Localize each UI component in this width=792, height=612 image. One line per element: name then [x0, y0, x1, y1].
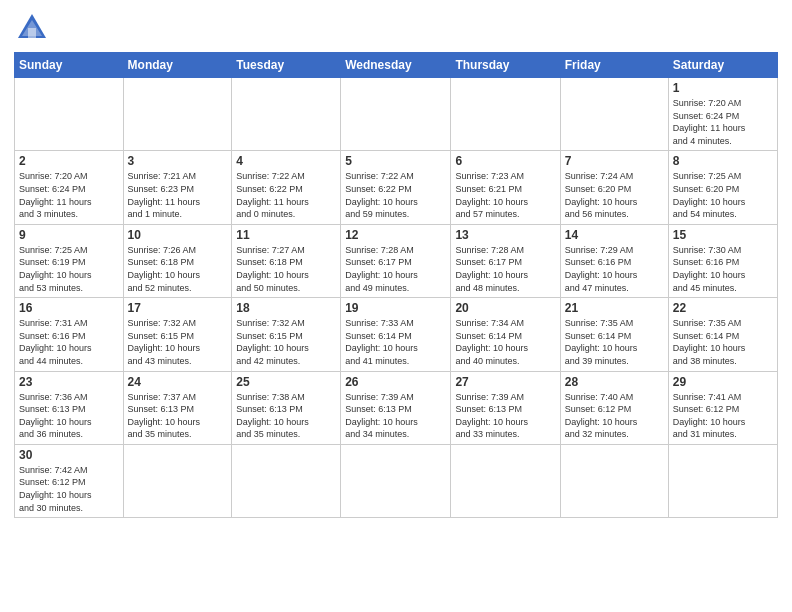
day-number: 4: [236, 154, 336, 168]
day-info: Sunrise: 7:31 AM Sunset: 6:16 PM Dayligh…: [19, 317, 119, 367]
day-cell: 8Sunrise: 7:25 AM Sunset: 6:20 PM Daylig…: [668, 151, 777, 224]
day-cell: 24Sunrise: 7:37 AM Sunset: 6:13 PM Dayli…: [123, 371, 232, 444]
day-number: 30: [19, 448, 119, 462]
day-cell: [451, 78, 560, 151]
week-row-3: 9Sunrise: 7:25 AM Sunset: 6:19 PM Daylig…: [15, 224, 778, 297]
day-cell: [232, 78, 341, 151]
day-cell: [560, 444, 668, 517]
day-cell: [341, 444, 451, 517]
week-row-1: 1Sunrise: 7:20 AM Sunset: 6:24 PM Daylig…: [15, 78, 778, 151]
day-number: 13: [455, 228, 555, 242]
day-info: Sunrise: 7:27 AM Sunset: 6:18 PM Dayligh…: [236, 244, 336, 294]
day-number: 8: [673, 154, 773, 168]
day-info: Sunrise: 7:28 AM Sunset: 6:17 PM Dayligh…: [455, 244, 555, 294]
day-cell: [232, 444, 341, 517]
week-row-6: 30Sunrise: 7:42 AM Sunset: 6:12 PM Dayli…: [15, 444, 778, 517]
day-cell: 5Sunrise: 7:22 AM Sunset: 6:22 PM Daylig…: [341, 151, 451, 224]
week-row-4: 16Sunrise: 7:31 AM Sunset: 6:16 PM Dayli…: [15, 298, 778, 371]
day-number: 11: [236, 228, 336, 242]
day-info: Sunrise: 7:33 AM Sunset: 6:14 PM Dayligh…: [345, 317, 446, 367]
day-cell: [341, 78, 451, 151]
day-number: 23: [19, 375, 119, 389]
day-info: Sunrise: 7:23 AM Sunset: 6:21 PM Dayligh…: [455, 170, 555, 220]
day-info: Sunrise: 7:39 AM Sunset: 6:13 PM Dayligh…: [345, 391, 446, 441]
day-info: Sunrise: 7:20 AM Sunset: 6:24 PM Dayligh…: [19, 170, 119, 220]
day-info: Sunrise: 7:25 AM Sunset: 6:19 PM Dayligh…: [19, 244, 119, 294]
day-cell: 14Sunrise: 7:29 AM Sunset: 6:16 PM Dayli…: [560, 224, 668, 297]
header-area: [14, 10, 778, 46]
day-info: Sunrise: 7:32 AM Sunset: 6:15 PM Dayligh…: [128, 317, 228, 367]
day-number: 22: [673, 301, 773, 315]
day-number: 26: [345, 375, 446, 389]
day-cell: [668, 444, 777, 517]
day-cell: [15, 78, 124, 151]
day-info: Sunrise: 7:24 AM Sunset: 6:20 PM Dayligh…: [565, 170, 664, 220]
day-number: 6: [455, 154, 555, 168]
day-cell: 18Sunrise: 7:32 AM Sunset: 6:15 PM Dayli…: [232, 298, 341, 371]
day-info: Sunrise: 7:35 AM Sunset: 6:14 PM Dayligh…: [673, 317, 773, 367]
day-number: 21: [565, 301, 664, 315]
week-row-2: 2Sunrise: 7:20 AM Sunset: 6:24 PM Daylig…: [15, 151, 778, 224]
day-info: Sunrise: 7:22 AM Sunset: 6:22 PM Dayligh…: [236, 170, 336, 220]
day-cell: 4Sunrise: 7:22 AM Sunset: 6:22 PM Daylig…: [232, 151, 341, 224]
day-cell: 29Sunrise: 7:41 AM Sunset: 6:12 PM Dayli…: [668, 371, 777, 444]
logo: [14, 10, 54, 46]
day-number: 27: [455, 375, 555, 389]
day-info: Sunrise: 7:36 AM Sunset: 6:13 PM Dayligh…: [19, 391, 119, 441]
day-number: 29: [673, 375, 773, 389]
day-cell: 2Sunrise: 7:20 AM Sunset: 6:24 PM Daylig…: [15, 151, 124, 224]
day-number: 28: [565, 375, 664, 389]
day-number: 12: [345, 228, 446, 242]
day-cell: 13Sunrise: 7:28 AM Sunset: 6:17 PM Dayli…: [451, 224, 560, 297]
day-cell: [560, 78, 668, 151]
day-cell: 15Sunrise: 7:30 AM Sunset: 6:16 PM Dayli…: [668, 224, 777, 297]
day-number: 17: [128, 301, 228, 315]
day-info: Sunrise: 7:22 AM Sunset: 6:22 PM Dayligh…: [345, 170, 446, 220]
day-number: 25: [236, 375, 336, 389]
day-cell: [451, 444, 560, 517]
weekday-header-saturday: Saturday: [668, 53, 777, 78]
day-number: 5: [345, 154, 446, 168]
day-cell: 22Sunrise: 7:35 AM Sunset: 6:14 PM Dayli…: [668, 298, 777, 371]
day-info: Sunrise: 7:37 AM Sunset: 6:13 PM Dayligh…: [128, 391, 228, 441]
day-number: 2: [19, 154, 119, 168]
day-cell: 28Sunrise: 7:40 AM Sunset: 6:12 PM Dayli…: [560, 371, 668, 444]
day-info: Sunrise: 7:25 AM Sunset: 6:20 PM Dayligh…: [673, 170, 773, 220]
day-cell: 3Sunrise: 7:21 AM Sunset: 6:23 PM Daylig…: [123, 151, 232, 224]
day-number: 19: [345, 301, 446, 315]
day-number: 20: [455, 301, 555, 315]
day-number: 15: [673, 228, 773, 242]
day-info: Sunrise: 7:42 AM Sunset: 6:12 PM Dayligh…: [19, 464, 119, 514]
calendar-table: SundayMondayTuesdayWednesdayThursdayFrid…: [14, 52, 778, 518]
weekday-header-monday: Monday: [123, 53, 232, 78]
weekday-header-sunday: Sunday: [15, 53, 124, 78]
day-info: Sunrise: 7:21 AM Sunset: 6:23 PM Dayligh…: [128, 170, 228, 220]
day-number: 7: [565, 154, 664, 168]
day-cell: 11Sunrise: 7:27 AM Sunset: 6:18 PM Dayli…: [232, 224, 341, 297]
day-info: Sunrise: 7:30 AM Sunset: 6:16 PM Dayligh…: [673, 244, 773, 294]
day-info: Sunrise: 7:39 AM Sunset: 6:13 PM Dayligh…: [455, 391, 555, 441]
day-info: Sunrise: 7:40 AM Sunset: 6:12 PM Dayligh…: [565, 391, 664, 441]
day-number: 24: [128, 375, 228, 389]
day-number: 14: [565, 228, 664, 242]
day-cell: [123, 444, 232, 517]
day-cell: 1Sunrise: 7:20 AM Sunset: 6:24 PM Daylig…: [668, 78, 777, 151]
day-number: 3: [128, 154, 228, 168]
day-cell: 6Sunrise: 7:23 AM Sunset: 6:21 PM Daylig…: [451, 151, 560, 224]
day-info: Sunrise: 7:41 AM Sunset: 6:12 PM Dayligh…: [673, 391, 773, 441]
day-cell: 21Sunrise: 7:35 AM Sunset: 6:14 PM Dayli…: [560, 298, 668, 371]
day-info: Sunrise: 7:20 AM Sunset: 6:24 PM Dayligh…: [673, 97, 773, 147]
day-cell: 12Sunrise: 7:28 AM Sunset: 6:17 PM Dayli…: [341, 224, 451, 297]
day-number: 9: [19, 228, 119, 242]
day-info: Sunrise: 7:35 AM Sunset: 6:14 PM Dayligh…: [565, 317, 664, 367]
day-number: 1: [673, 81, 773, 95]
day-info: Sunrise: 7:32 AM Sunset: 6:15 PM Dayligh…: [236, 317, 336, 367]
day-info: Sunrise: 7:34 AM Sunset: 6:14 PM Dayligh…: [455, 317, 555, 367]
weekday-header-wednesday: Wednesday: [341, 53, 451, 78]
weekday-header-row: SundayMondayTuesdayWednesdayThursdayFrid…: [15, 53, 778, 78]
page: SundayMondayTuesdayWednesdayThursdayFrid…: [0, 0, 792, 528]
day-cell: [123, 78, 232, 151]
weekday-header-tuesday: Tuesday: [232, 53, 341, 78]
day-cell: 26Sunrise: 7:39 AM Sunset: 6:13 PM Dayli…: [341, 371, 451, 444]
day-info: Sunrise: 7:38 AM Sunset: 6:13 PM Dayligh…: [236, 391, 336, 441]
